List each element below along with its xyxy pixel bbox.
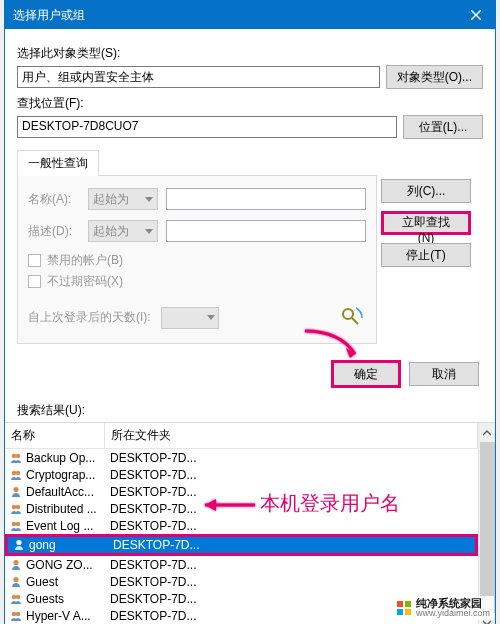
- columns-button[interactable]: 列(C)...: [381, 179, 471, 203]
- location-field[interactable]: DESKTOP-7D8CUO7: [17, 116, 397, 138]
- svg-point-17: [16, 594, 20, 598]
- svg-point-13: [16, 540, 21, 545]
- svg-point-16: [12, 594, 16, 598]
- watermark-url: www.yidaimei.com: [416, 609, 490, 618]
- user-icon: [12, 538, 26, 552]
- find-now-button[interactable]: 立即查找(N): [381, 211, 471, 235]
- object-types-button[interactable]: 对象类型(O)...: [386, 65, 483, 89]
- row-folder: DESKTOP-7D...: [109, 538, 475, 552]
- disabled-accounts-label: 禁用的帐户(B): [47, 252, 123, 269]
- svg-point-4: [12, 453, 16, 457]
- disabled-accounts-checkbox[interactable]: [28, 254, 41, 267]
- ok-button[interactable]: 确定: [331, 360, 401, 388]
- results-label: 搜索结果(U):: [5, 402, 495, 419]
- row-name: DefaultAcc...: [26, 485, 106, 499]
- chevron-down-icon: [145, 197, 153, 202]
- svg-point-12: [16, 521, 20, 525]
- list-row[interactable]: Backup Op...DESKTOP-7D...: [5, 449, 478, 466]
- watermark: 纯净系统家园 www.yidaimei.com: [392, 596, 494, 620]
- user-icon: [9, 558, 23, 572]
- bottom-buttons: 确定 取消: [17, 360, 483, 388]
- dirsearch-icon: [340, 306, 366, 329]
- days-since-login-select[interactable]: [161, 307, 219, 329]
- list-row[interactable]: Cryptograp...DESKTOP-7D...: [5, 466, 478, 483]
- list-header: 名称 所在文件夹: [5, 423, 478, 449]
- list-row[interactable]: Event Log ...DESKTOP-7D...: [5, 517, 478, 534]
- group-icon: [9, 451, 23, 465]
- locations-button[interactable]: 位置(L)...: [403, 115, 483, 139]
- common-queries-area: 一般性查询 名称(A): 起始为 描述(D): 起始为 禁用的帐户(B): [17, 149, 483, 344]
- scroll-up-button[interactable]: [480, 425, 495, 440]
- list-row[interactable]: GONG ZO...DESKTOP-7D...: [5, 556, 478, 573]
- svg-point-7: [16, 470, 20, 474]
- row-folder: DESKTOP-7D...: [106, 558, 478, 572]
- dialog-content: 选择此对象类型(S): 用户、组或内置安全主体 对象类型(O)... 查找位置(…: [5, 29, 495, 394]
- svg-point-14: [13, 559, 18, 564]
- chevron-down-icon: [145, 229, 153, 234]
- group-icon: [9, 519, 23, 533]
- user-icon: [9, 485, 23, 499]
- nonexpiring-pwd-checkbox[interactable]: [28, 275, 41, 288]
- row-folder: DESKTOP-7D...: [106, 485, 478, 499]
- svg-rect-27: [397, 609, 403, 615]
- svg-point-2: [343, 309, 353, 319]
- svg-point-8: [13, 486, 18, 491]
- desc-mode-select[interactable]: 起始为: [88, 220, 158, 242]
- object-type-field[interactable]: 用户、组或内置安全主体: [17, 66, 380, 88]
- svg-rect-28: [405, 609, 411, 615]
- svg-point-10: [16, 504, 20, 508]
- row-name: GONG ZO...: [26, 558, 106, 572]
- svg-point-5: [16, 453, 20, 457]
- name-filter-label: 名称(A):: [28, 191, 80, 208]
- object-type-label: 选择此对象类型(S):: [17, 45, 483, 62]
- row-name: Event Log ...: [26, 519, 106, 533]
- group-icon: [9, 502, 23, 516]
- nonexpiring-pwd-label: 不过期密码(X): [47, 273, 123, 290]
- row-folder: DESKTOP-7D...: [106, 468, 478, 482]
- tab-body: 名称(A): 起始为 描述(D): 起始为 禁用的帐户(B) 不过期密码(X): [17, 175, 377, 344]
- results-list: 名称 所在文件夹 Backup Op...DESKTOP-7D...Crypto…: [5, 423, 478, 624]
- svg-point-18: [12, 611, 16, 615]
- list-row[interactable]: gongDESKTOP-7D...: [5, 534, 478, 556]
- list-row[interactable]: GuestDESKTOP-7D...: [5, 573, 478, 590]
- location-label: 查找位置(F):: [17, 95, 483, 112]
- row-folder: DESKTOP-7D...: [106, 519, 478, 533]
- row-name: Backup Op...: [26, 451, 106, 465]
- row-name: Guests: [26, 592, 106, 606]
- row-folder: DESKTOP-7D...: [106, 451, 478, 465]
- desc-filter-input[interactable]: [166, 220, 366, 242]
- group-icon: [9, 468, 23, 482]
- titlebar[interactable]: 选择用户或组: [5, 1, 495, 29]
- row-name: Hyper-V A...: [26, 609, 106, 623]
- results-pane: 名称 所在文件夹 Backup Op...DESKTOP-7D...Crypto…: [5, 422, 495, 624]
- scroll-thumb[interactable]: [480, 442, 495, 613]
- row-folder: DESKTOP-7D...: [106, 502, 478, 516]
- name-mode-select[interactable]: 起始为: [88, 188, 158, 210]
- column-name[interactable]: 名称: [5, 423, 105, 448]
- chevron-down-icon: [207, 315, 215, 320]
- svg-line-3: [352, 318, 358, 324]
- desc-filter-label: 描述(D):: [28, 223, 80, 240]
- close-icon: [471, 10, 481, 20]
- group-icon: [9, 592, 23, 606]
- svg-rect-26: [405, 601, 411, 607]
- tab-common-queries[interactable]: 一般性查询: [17, 150, 99, 176]
- row-name: Distributed ...: [26, 502, 106, 516]
- column-folder[interactable]: 所在文件夹: [105, 423, 478, 448]
- stop-button[interactable]: 停止(T): [381, 243, 471, 267]
- svg-rect-25: [397, 601, 403, 607]
- side-buttons: 列(C)... 立即查找(N) 停止(T): [381, 179, 471, 267]
- row-name: Cryptograp...: [26, 468, 106, 482]
- svg-point-19: [16, 611, 20, 615]
- svg-point-6: [12, 470, 16, 474]
- row-folder: DESKTOP-7D...: [106, 575, 478, 589]
- scrollbar[interactable]: [478, 423, 495, 624]
- list-row[interactable]: DefaultAcc...DESKTOP-7D...: [5, 483, 478, 500]
- list-row[interactable]: Distributed ...DESKTOP-7D...: [5, 500, 478, 517]
- svg-point-15: [13, 576, 18, 581]
- titlebar-title: 选择用户或组: [13, 7, 85, 24]
- name-filter-input[interactable]: [166, 188, 366, 210]
- user-icon: [9, 575, 23, 589]
- cancel-button[interactable]: 取消: [409, 362, 479, 386]
- close-button[interactable]: [457, 1, 495, 29]
